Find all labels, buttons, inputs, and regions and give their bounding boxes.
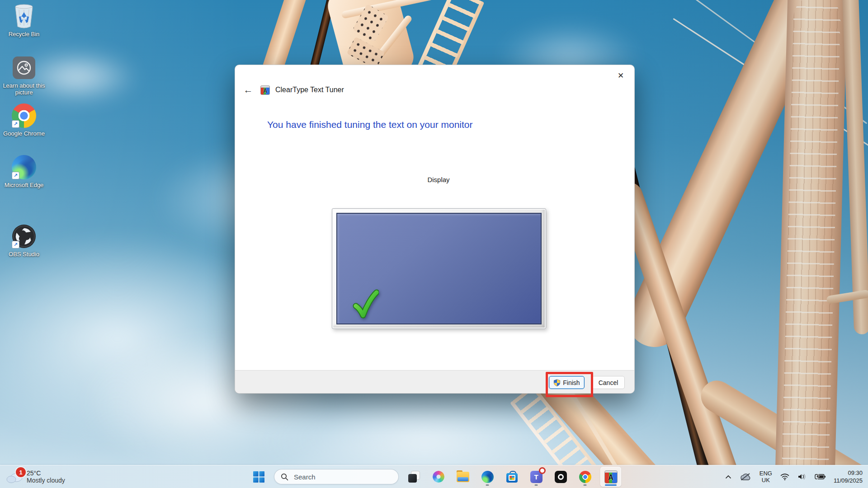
uac-shield-icon (553, 379, 561, 386)
volume-icon (797, 473, 807, 480)
teams-notification-badge (539, 467, 546, 474)
cancel-button-label: Cancel (599, 379, 618, 386)
store-icon (506, 471, 518, 483)
back-arrow-icon[interactable]: ← (241, 83, 255, 97)
copilot-button[interactable] (429, 467, 448, 487)
system-tray: ENG UK (724, 465, 863, 488)
dialog-footer: Finish Cancel (235, 370, 634, 393)
language-code: ENG (760, 470, 772, 477)
desktop-icon-recycle-bin[interactable]: Recycle Bin (2, 4, 46, 38)
search-icon (281, 473, 288, 481)
task-view-icon (408, 471, 420, 483)
language-region: UK (760, 477, 772, 483)
cancel-button[interactable]: Cancel (592, 376, 625, 389)
desktop-icon-label: Microsoft Edge (5, 182, 44, 188)
onedrive-tray-button[interactable] (739, 468, 752, 486)
volume-tray-button[interactable] (797, 468, 807, 486)
language-indicator[interactable]: ENG UK (759, 468, 773, 486)
monitor-graphic (332, 208, 546, 329)
cleartype-dialog: ✕ ← A ClearType Text Tuner You have fini… (235, 65, 635, 394)
taskbar-search[interactable] (274, 469, 399, 484)
running-indicator (535, 484, 538, 486)
store-button[interactable] (503, 467, 521, 487)
battery-tray-button[interactable] (814, 468, 826, 486)
desktop-icon-label: Recycle Bin (9, 31, 40, 38)
chevron-up-icon (725, 475, 731, 479)
cleartype-app-icon: A (260, 85, 270, 95)
display-label: Display (332, 176, 545, 183)
cleartype-tuner-button[interactable]: A (600, 467, 621, 487)
wifi-icon (780, 473, 789, 480)
clock-widget[interactable]: 09:30 11/09/2025 (833, 468, 863, 486)
picture-info-icon (11, 55, 37, 80)
obs-icon: ↗ (11, 224, 37, 249)
finish-button[interactable]: Finish (549, 376, 585, 389)
desktop-icon-label: Learn about this picture (2, 82, 46, 96)
cleartype-app-icon: A (604, 470, 618, 483)
desktop-icon-obs-studio[interactable]: ↗ OBS Studio (2, 224, 46, 258)
battery-charging-icon (815, 474, 826, 480)
tray-time: 09:30 (834, 469, 863, 477)
desktop: Recycle Bin Learn about this picture ↗ G… (0, 0, 868, 488)
chrome-button[interactable] (576, 467, 594, 487)
shortcut-arrow-icon: ↗ (12, 172, 19, 179)
desktop-icon-learn-about-picture[interactable]: Learn about this picture (2, 55, 46, 96)
active-app-indicator (605, 484, 617, 486)
dialog-title: ClearType Text Tuner (275, 86, 344, 94)
desktop-icon-label: Google Chrome (3, 130, 45, 137)
desktop-icon-google-chrome[interactable]: ↗ Google Chrome (2, 103, 46, 137)
close-icon[interactable]: ✕ (611, 68, 631, 83)
desktop-icon-label: OBS Studio (9, 251, 39, 258)
weather-widget[interactable]: 1 25°C Mostly cloudy (6, 467, 65, 487)
chrome-icon (579, 471, 591, 483)
chatgpt-icon (555, 471, 567, 483)
start-button[interactable] (250, 467, 268, 487)
shortcut-arrow-icon: ↗ (12, 120, 19, 128)
recycle-bin-icon (11, 4, 37, 29)
finish-button-label: Finish (563, 379, 580, 386)
edge-button[interactable] (478, 467, 496, 487)
teams-button[interactable]: T (527, 467, 545, 487)
green-checkmark-icon (353, 289, 379, 319)
weather-temperature: 25°C (27, 469, 65, 477)
wifi-tray-button[interactable] (779, 468, 790, 486)
chrome-icon: ↗ (11, 103, 37, 128)
notification-badge: 1 (15, 466, 27, 478)
tray-chevron-button[interactable] (724, 468, 732, 486)
edge-icon (481, 471, 494, 483)
taskbar: 1 25°C Mostly cloudy (0, 465, 868, 488)
running-indicator (486, 484, 489, 486)
chatgpt-button[interactable] (552, 467, 570, 487)
shortcut-arrow-icon: ↗ (12, 241, 19, 249)
weather-condition: Mostly cloudy (27, 477, 65, 484)
task-view-button[interactable] (405, 467, 423, 487)
search-input[interactable] (293, 473, 376, 481)
windows-logo-icon (253, 471, 264, 483)
tray-date: 11/09/2025 (834, 477, 863, 484)
running-indicator (584, 484, 587, 486)
copilot-icon (433, 471, 444, 483)
file-explorer-button[interactable] (454, 467, 472, 487)
onedrive-offline-icon (740, 473, 751, 481)
edge-icon: ↗ (11, 155, 37, 180)
monitor-screen (336, 213, 542, 324)
wizard-heading: You have finished tuning the text on you… (267, 119, 473, 130)
desktop-icon-microsoft-edge[interactable]: ↗ Microsoft Edge (2, 155, 46, 188)
file-explorer-icon (457, 472, 469, 482)
weather-cloud-icon: 1 (6, 470, 23, 483)
